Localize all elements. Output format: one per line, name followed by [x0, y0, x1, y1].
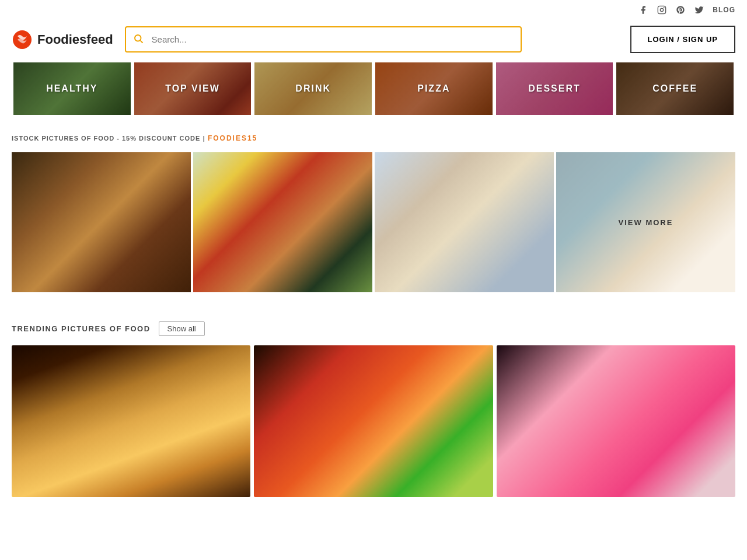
category-grid: HEALTHY TOP VIEW DRINK PIZZA DESSERT [0, 62, 747, 115]
istock-item-3[interactable] [375, 152, 554, 292]
logo[interactable]: Foodiesfeed [12, 29, 113, 50]
logo-icon [12, 29, 33, 50]
category-item-pizza[interactable]: PIZZA [375, 62, 493, 115]
twitter-icon[interactable] [694, 5, 704, 15]
trending-item-1[interactable] [12, 345, 250, 497]
istock-item-4[interactable]: VIEW MORE [556, 152, 735, 292]
category-label-pizza: PIZZA [417, 83, 450, 94]
category-label-drink: DRINK [295, 83, 331, 94]
top-nav: BLOG [0, 0, 747, 20]
show-all-button[interactable]: Show all [159, 321, 205, 336]
search-container [125, 26, 522, 52]
category-item-dessert[interactable]: DESSERT [496, 62, 613, 115]
instagram-icon[interactable] [657, 5, 667, 15]
view-more-label: VIEW MORE [619, 218, 673, 227]
svg-point-4 [135, 35, 141, 41]
facebook-icon[interactable] [638, 5, 648, 15]
svg-point-2 [664, 7, 665, 8]
trending-title: TRENDING PICTURES OF FOOD [12, 324, 151, 333]
category-item-healthy[interactable]: HEALTHY [13, 62, 131, 115]
promo-section: ISTOCK PICTURES OF FOOD - 15% DISCOUNT C… [0, 132, 747, 143]
logo-text: Foodiesfeed [37, 32, 113, 47]
category-item-coffee[interactable]: COFFEE [616, 62, 734, 115]
category-item-drink[interactable]: DRINK [254, 62, 372, 115]
promo-code: FOODIES15 [208, 134, 257, 142]
istock-item-1[interactable] [12, 152, 191, 292]
header: Foodiesfeed LOGIN / SIGN UP [0, 20, 747, 62]
promo-separator: | [203, 135, 208, 142]
category-label-healthy: HEALTHY [46, 83, 97, 94]
view-more-overlay[interactable]: VIEW MORE [556, 152, 735, 292]
category-label-topview: TOP VIEW [165, 83, 220, 94]
search-icon [133, 33, 144, 46]
trending-item-3[interactable] [497, 345, 735, 497]
search-input[interactable] [125, 26, 522, 52]
category-label-coffee: COFFEE [652, 83, 697, 94]
svg-point-1 [661, 8, 664, 11]
svg-rect-0 [658, 6, 666, 13]
trending-item-2[interactable] [254, 345, 493, 497]
istock-item-2[interactable] [193, 152, 372, 292]
istock-grid: VIEW MORE [0, 152, 747, 292]
login-signup-button[interactable]: LOGIN / SIGN UP [630, 26, 735, 53]
category-label-dessert: DESSERT [528, 83, 581, 94]
category-item-topview[interactable]: TOP VIEW [134, 62, 252, 115]
svg-line-5 [140, 40, 142, 43]
trending-header: TRENDING PICTURES OF FOOD Show all [0, 321, 747, 336]
promo-text: ISTOCK PICTURES OF FOOD - 15% DISCOUNT C… [12, 135, 200, 142]
blog-link[interactable]: BLOG [713, 6, 735, 14]
pinterest-icon[interactable] [675, 5, 686, 15]
trending-grid [0, 345, 747, 497]
